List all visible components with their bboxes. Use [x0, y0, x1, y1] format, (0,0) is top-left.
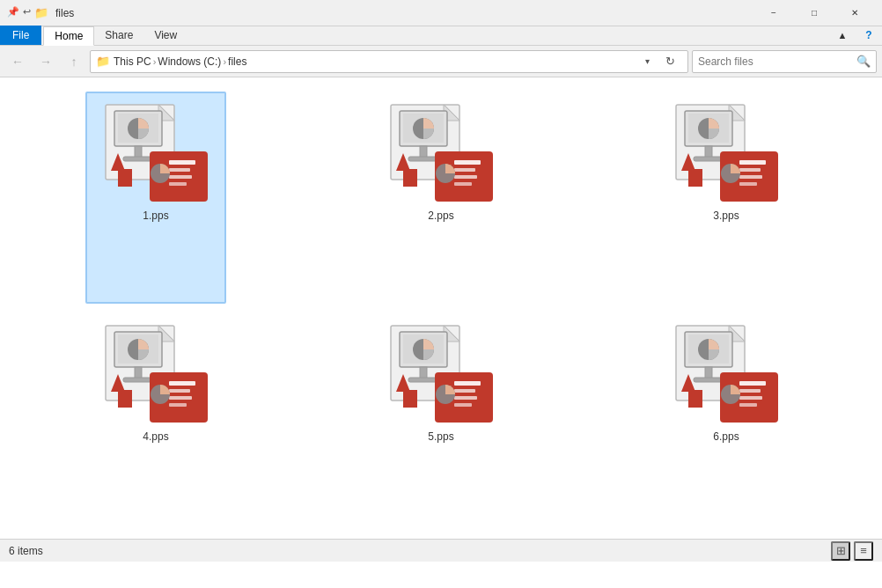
svg-rect-28 — [403, 169, 417, 187]
view-controls: ⊞ ≡ — [831, 541, 873, 561]
title-bar-icon-group: 📌 ↩ 📁 — [7, 6, 48, 19]
file-item[interactable]: 3.pps — [656, 92, 797, 304]
file-item[interactable]: 6.pps — [656, 312, 797, 525]
item-count: 6 items — [9, 545, 43, 557]
window-title: files — [55, 7, 753, 19]
svg-rect-40 — [739, 175, 762, 179]
file-name: 4.pps — [143, 430, 168, 443]
navigation-toolbar: ← → ↑ 📁 This PC › Windows (C:) › files ▾… — [0, 46, 882, 77]
svg-rect-5 — [123, 157, 153, 161]
svg-rect-9 — [169, 168, 190, 172]
details-view-button[interactable]: ≡ — [854, 541, 873, 561]
forward-button[interactable]: → — [33, 49, 58, 74]
search-input[interactable] — [698, 55, 853, 68]
address-part-files[interactable]: files — [228, 55, 246, 68]
svg-rect-8 — [169, 160, 195, 165]
file-grid: 1.pps — [0, 77, 882, 539]
svg-rect-58 — [118, 390, 132, 408]
tab-file[interactable]: File — [0, 26, 41, 45]
svg-rect-10 — [169, 175, 192, 179]
file-name: 5.pps — [428, 430, 453, 443]
pin-icon: 📌 — [7, 6, 19, 19]
svg-rect-53 — [169, 381, 195, 386]
svg-rect-35 — [694, 157, 724, 161]
file-icon — [669, 321, 783, 427]
folder-icon: 📁 — [34, 6, 48, 19]
svg-rect-24 — [454, 168, 475, 172]
up-button[interactable]: ↑ — [62, 49, 86, 74]
svg-rect-88 — [688, 390, 702, 408]
address-parts: This PC › Windows (C:) › files — [114, 55, 636, 68]
file-item[interactable]: 5.pps — [371, 312, 511, 525]
search-bar[interactable]: 🔍 — [692, 50, 877, 73]
tab-home[interactable]: Home — [43, 26, 94, 46]
svg-rect-71 — [454, 403, 472, 407]
svg-rect-86 — [739, 403, 757, 407]
file-item[interactable]: 2.pps — [371, 92, 511, 304]
address-folder-icon: 📁 — [96, 55, 110, 68]
svg-rect-38 — [739, 160, 766, 165]
tab-share[interactable]: Share — [94, 26, 143, 45]
svg-rect-43 — [688, 169, 702, 187]
undo-icon: ↩ — [23, 6, 31, 19]
minimize-button[interactable]: − — [753, 0, 794, 26]
address-bar[interactable]: 📁 This PC › Windows (C:) › files ▾ ↻ — [90, 50, 688, 73]
restore-button[interactable]: □ — [794, 0, 834, 26]
svg-rect-68 — [454, 381, 481, 386]
close-button[interactable]: ✕ — [834, 0, 875, 26]
file-icon — [99, 100, 213, 206]
file-icon — [99, 321, 213, 427]
ribbon-expand-button[interactable]: ▲ — [829, 26, 856, 45]
window-controls: − □ ✕ — [753, 0, 875, 26]
svg-rect-84 — [739, 389, 761, 393]
file-icon — [669, 100, 783, 206]
file-name: 2.pps — [428, 209, 453, 222]
svg-rect-23 — [454, 160, 481, 165]
svg-rect-85 — [739, 396, 762, 400]
tab-view[interactable]: View — [143, 26, 187, 45]
title-bar: 📌 ↩ 📁 files − □ ✕ — [0, 0, 882, 26]
svg-rect-11 — [169, 182, 187, 186]
file-icon — [384, 321, 498, 427]
status-bar: 6 items ⊞ ≡ — [0, 539, 882, 562]
svg-rect-25 — [454, 175, 477, 179]
file-item[interactable]: 1.pps — [85, 92, 226, 304]
main-content: 1.pps — [0, 77, 882, 539]
svg-rect-65 — [408, 378, 438, 382]
svg-rect-13 — [118, 169, 132, 187]
address-part-thispc[interactable]: This PC — [114, 55, 151, 68]
svg-rect-50 — [123, 378, 153, 382]
svg-rect-70 — [454, 396, 477, 400]
help-button[interactable]: ? — [856, 26, 882, 45]
svg-rect-39 — [739, 168, 761, 172]
svg-rect-54 — [169, 389, 190, 393]
svg-rect-83 — [739, 381, 766, 386]
file-item[interactable]: 4.pps — [85, 312, 226, 525]
svg-rect-73 — [403, 390, 417, 408]
address-dropdown-button[interactable]: ▾ — [640, 50, 654, 73]
search-icon: 🔍 — [856, 55, 871, 68]
svg-rect-41 — [739, 182, 757, 186]
file-name: 1.pps — [143, 209, 168, 222]
refresh-button[interactable]: ↻ — [658, 50, 682, 73]
ribbon-tabs: File Home Share View ▲ ? — [0, 26, 882, 46]
svg-rect-69 — [454, 389, 475, 393]
svg-rect-80 — [694, 378, 724, 382]
svg-rect-20 — [408, 157, 438, 161]
file-icon — [384, 100, 498, 206]
svg-rect-56 — [169, 403, 187, 407]
svg-rect-26 — [454, 182, 472, 186]
address-part-windows[interactable]: Windows (C:) — [158, 55, 221, 68]
svg-rect-55 — [169, 396, 192, 400]
file-name: 6.pps — [713, 430, 739, 443]
back-button[interactable]: ← — [5, 49, 30, 74]
file-name: 3.pps — [713, 209, 739, 222]
large-icons-view-button[interactable]: ⊞ — [831, 541, 850, 561]
